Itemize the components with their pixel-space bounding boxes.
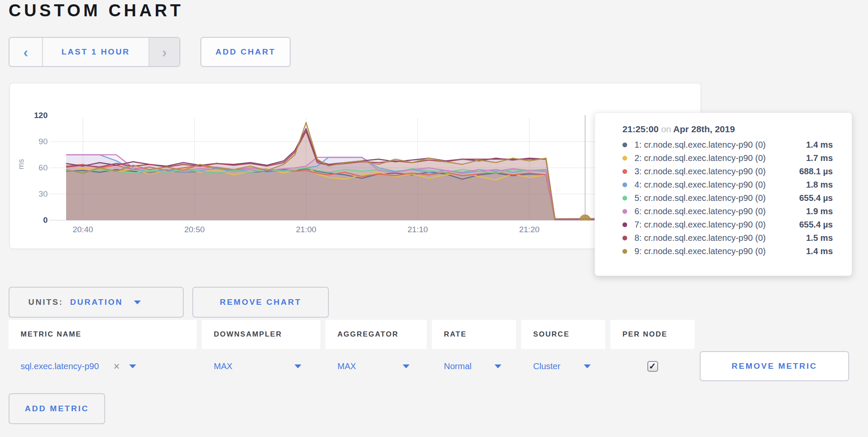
series-color-dot-icon [622, 236, 627, 240]
tooltip-series-value: 1.9 ms [806, 206, 833, 216]
y-axis-tick-label: 0 [21, 215, 48, 225]
caret-down-icon [495, 364, 501, 368]
tooltip-series-row: 4: cr.node.sql.exec.latency-p90 (0)1.8 m… [622, 178, 833, 191]
tooltip-time: 21:25:00 [622, 124, 659, 134]
remove-chart-button[interactable]: REMOVE CHART [192, 287, 329, 318]
tooltip-series-value: 655.4 µs [799, 220, 833, 230]
tooltip-series-label: 7: cr.node.sql.exec.latency-p90 (0) [634, 220, 766, 230]
series-color-dot-icon [622, 222, 627, 227]
tooltip-series-row: 3: cr.node.sql.exec.latency-p90 (0)688.1… [622, 165, 833, 178]
series-color-dot-icon [622, 156, 627, 161]
series-color-dot-icon [622, 196, 627, 200]
tooltip-series-row: 7: cr.node.sql.exec.latency-p90 (0)655.4… [622, 218, 833, 231]
units-value: DURATION [70, 297, 123, 307]
chart-tooltip: 21:25:00 on Apr 28th, 2019 1: cr.node.sq… [595, 112, 852, 276]
tooltip-timestamp: 21:25:00 on Apr 28th, 2019 [622, 124, 833, 134]
column-header-rate: RATE [432, 320, 516, 349]
aggregator-value: MAX [337, 361, 356, 371]
series-color-dot-icon [622, 249, 627, 254]
y-axis-tick-label: 120 [21, 111, 48, 120]
caret-down-icon [294, 364, 301, 368]
tooltip-series-value: 1.7 ms [806, 153, 833, 163]
remove-metric-cell: REMOVE METRIC [700, 349, 854, 383]
metrics-table-header: METRIC NAMEDOWNSAMPLERAGGREGATORRATESOUR… [9, 320, 859, 349]
tooltip-series-value: 1.4 ms [806, 246, 833, 256]
chevron-left-icon: ‹ [23, 44, 28, 61]
tooltip-series-value: 1.8 ms [806, 180, 833, 190]
time-range-prev-button[interactable]: ‹ [9, 38, 42, 66]
hover-point-marker [580, 215, 591, 220]
metrics-table: METRIC NAMEDOWNSAMPLERAGGREGATORRATESOUR… [9, 320, 859, 383]
column-header-per-node: PER NODE [610, 320, 695, 349]
tooltip-series-label: 3: cr.node.sql.exec.latency-p90 (0) [634, 167, 766, 176]
x-axis-tick-label: 21:20 [506, 225, 553, 234]
tooltip-series-row: 8: cr.node.sql.exec.latency-p90 (0)1.5 m… [622, 231, 833, 245]
x-axis-tick-label: 20:40 [59, 225, 106, 234]
rate-cell[interactable]: Normal [432, 349, 516, 383]
series-color-dot-icon [622, 209, 627, 214]
tooltip-series-value: 1.4 ms [806, 140, 833, 150]
tooltip-on-word: on [661, 124, 671, 134]
x-axis-tick-label: 21:00 [282, 225, 330, 234]
y-axis-tick-label: 90 [21, 137, 48, 146]
source-cell[interactable]: Cluster [521, 349, 605, 383]
chevron-right-icon: › [162, 44, 167, 61]
units-dropdown[interactable]: UNITS: DURATION [9, 287, 184, 318]
remove-metric-button[interactable]: REMOVE METRIC [700, 351, 849, 381]
caret-down-icon [134, 300, 141, 304]
time-range-next-button[interactable]: › [149, 38, 179, 66]
page-title: CUSTOM CHART [9, 1, 184, 20]
tooltip-series-label: 8: cr.node.sql.exec.latency-p90 (0) [634, 233, 766, 243]
column-header-aggregator: AGGREGATOR [325, 320, 427, 349]
tooltip-series-label: 9: cr.node.sql.exec.latency-p90 (0) [634, 246, 766, 256]
caret-down-icon[interactable] [129, 364, 136, 368]
tooltip-series-row: 9: cr.node.sql.exec.latency-p90 (0)1.4 m… [622, 245, 833, 258]
tooltip-series-row: 6: cr.node.sql.exec.latency-p90 (0)1.9 m… [622, 205, 833, 218]
x-axis-tick-label: 21:10 [394, 225, 441, 234]
column-header-empty [700, 320, 854, 349]
clear-metric-icon[interactable]: × [113, 361, 120, 372]
downsampler-cell[interactable]: MAX [202, 349, 320, 383]
tooltip-series-row: 2: cr.node.sql.exec.latency-p90 (0)1.7 m… [622, 152, 833, 165]
x-axis-tick-label: 20:50 [171, 225, 218, 234]
downsampler-value: MAX [214, 361, 232, 371]
y-axis-tick-label: 30 [21, 189, 48, 199]
metric-name-value[interactable]: sql.exec.latency-p90 [21, 361, 99, 371]
caret-down-icon [584, 364, 591, 368]
add-chart-button[interactable]: ADD CHART [200, 37, 291, 67]
tooltip-series-value: 688.1 µs [799, 167, 833, 176]
series-color-dot-icon [622, 169, 627, 174]
tooltip-series-row: 1: cr.node.sql.exec.latency-p90 (0)1.4 m… [622, 138, 833, 152]
per-node-checkbox[interactable]: ✓ [647, 361, 658, 372]
column-header-metric-name: METRIC NAME [9, 320, 197, 349]
tooltip-series-label: 4: cr.node.sql.exec.latency-p90 (0) [634, 180, 766, 190]
tooltip-series-row: 5: cr.node.sql.exec.latency-p90 (0)655.4… [622, 191, 833, 205]
tooltip-series-value: 655.4 µs [799, 193, 833, 203]
tooltip-series-label: 6: cr.node.sql.exec.latency-p90 (0) [634, 206, 766, 216]
time-range-label[interactable]: LAST 1 HOUR [42, 38, 149, 66]
aggregator-cell[interactable]: MAX [325, 349, 427, 383]
y-axis-tick-label: 60 [21, 163, 48, 173]
column-header-source: SOURCE [521, 320, 605, 349]
units-label: UNITS: [28, 297, 63, 307]
tooltip-date: Apr 28th, 2019 [673, 124, 735, 134]
per-node-cell: ✓ [610, 349, 695, 383]
add-metric-button[interactable]: ADD METRIC [9, 393, 105, 424]
series-color-dot-icon [622, 182, 627, 187]
series-color-dot-icon [622, 143, 627, 147]
tooltip-series-label: 5: cr.node.sql.exec.latency-p90 (0) [634, 193, 766, 203]
source-value: Cluster [533, 361, 560, 371]
custom-chart-page: CUSTOM CHART ‹ LAST 1 HOUR › ADD CHART m… [0, 0, 868, 437]
column-header-downsampler: DOWNSAMPLER [202, 320, 320, 349]
tooltip-series-list: 1: cr.node.sql.exec.latency-p90 (0)1.4 m… [622, 138, 833, 258]
tooltip-series-label: 1: cr.node.sql.exec.latency-p90 (0) [634, 140, 766, 150]
time-range-selector: ‹ LAST 1 HOUR › [9, 37, 180, 67]
metric-row: sql.exec.latency-p90 × MAX MAX Normal Cl… [9, 349, 859, 383]
metric-name-cell: sql.exec.latency-p90 × [9, 349, 197, 383]
caret-down-icon [403, 364, 410, 368]
rate-value: Normal [444, 361, 471, 371]
tooltip-series-label: 2: cr.node.sql.exec.latency-p90 (0) [634, 153, 766, 163]
tooltip-series-value: 1.5 ms [806, 233, 833, 243]
check-icon: ✓ [649, 362, 656, 370]
